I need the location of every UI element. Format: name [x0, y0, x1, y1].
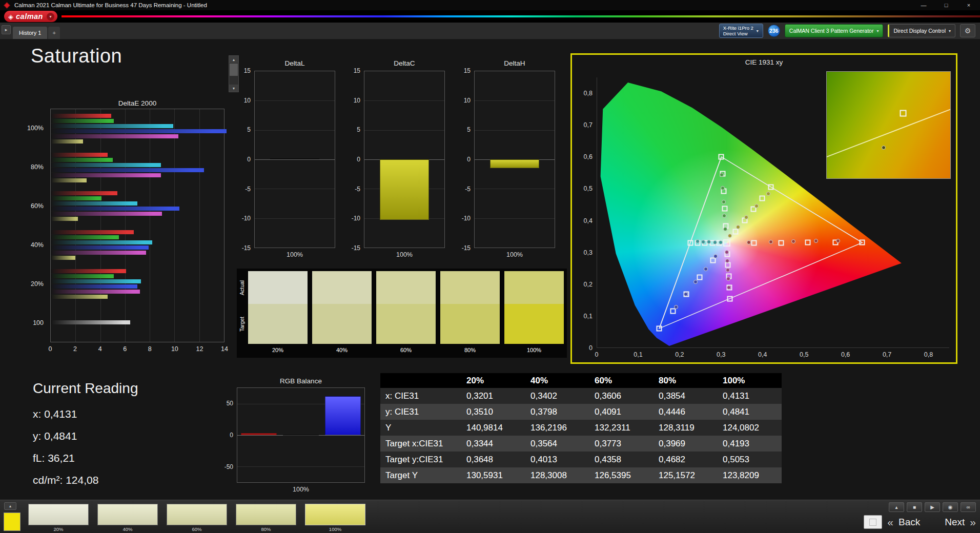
back-button[interactable]: Back — [899, 517, 920, 528]
scroll-thumb[interactable] — [230, 64, 238, 76]
scroll-up-icon[interactable]: ▴ — [229, 56, 238, 63]
layout-scrollbar[interactable]: ▴ ▾ — [229, 55, 239, 92]
cie-chart-title: CIE 1931 xy — [572, 58, 956, 66]
deltac-ylabels: 151050-5-10-15 — [350, 71, 363, 248]
pattern-window-button[interactable] — [864, 515, 882, 529]
deltae-group — [51, 187, 224, 225]
table-col-header: 20% — [461, 373, 525, 388]
pattern-swatch-label: 100% — [305, 526, 365, 532]
stop-button[interactable]: ■ — [907, 502, 922, 512]
axis-tick-label: 0,2 — [584, 281, 593, 288]
axis-tick-label: -5 — [355, 186, 360, 193]
bottom-swatches: 20%40%60%80%100% — [28, 504, 365, 532]
cie-target-square — [657, 325, 662, 331]
history-expand-button[interactable]: ▸ — [2, 25, 11, 34]
swatch-column: 100% — [504, 271, 564, 358]
table-cell: 0,3606 — [589, 388, 654, 404]
table-col-header: 100% — [718, 373, 782, 388]
deltae-x-label: 10 — [171, 345, 178, 353]
cie-measurement-dot — [696, 239, 700, 243]
next-button[interactable]: Next — [945, 517, 965, 528]
play-button[interactable]: ▶ — [925, 502, 940, 512]
rgb-ylabels: 500-50 — [222, 387, 236, 483]
rainbow-stripe — [62, 15, 980, 17]
table-cell: 125,1572 — [654, 467, 718, 483]
axis-tick-label: -15 — [462, 244, 471, 252]
target-swatch — [248, 304, 308, 344]
table-cell: 0,3344 — [461, 436, 525, 452]
cie-inset-measurement-dot — [882, 146, 886, 150]
calman-logo[interactable]: ◈ calman ▾ — [4, 11, 57, 22]
pattern-swatch-label: 20% — [28, 526, 89, 532]
pattern-swatch-80%[interactable]: 80% — [236, 504, 296, 532]
next-chevron-icon[interactable]: » — [970, 517, 976, 527]
deltae-x-label: 14 — [221, 345, 228, 353]
scroll-down-icon[interactable]: ▾ — [229, 85, 238, 92]
settings-gear-button[interactable]: ⚙ — [960, 24, 975, 37]
loop-button[interactable]: ∞ — [961, 502, 976, 512]
delta-bar — [380, 159, 430, 220]
cie-target-square — [751, 240, 757, 246]
capture-button[interactable]: ◉ — [943, 502, 958, 512]
cie-measurement-dot — [701, 240, 705, 244]
deltae-bar — [51, 207, 179, 211]
deltae-x-label: 4 — [98, 345, 102, 353]
gridline — [364, 100, 444, 101]
cie-measurement-dot — [728, 234, 732, 238]
minimize-button[interactable]: — — [912, 0, 935, 10]
up-button[interactable]: ▴ — [889, 502, 904, 512]
deltae-bar — [51, 191, 117, 195]
meter-dropdown[interactable]: X-Rite i1Pro 2 Direct View ▾ — [719, 24, 763, 38]
table-col-header: 40% — [525, 373, 589, 388]
pattern-swatch-100%[interactable]: 100% — [305, 504, 365, 532]
deltae-chart-title: DeltaE 2000 — [50, 99, 224, 107]
cie-target-square — [697, 274, 703, 280]
pattern-swatch-60%[interactable]: 60% — [167, 504, 227, 532]
axis-tick-label: 15 — [354, 67, 360, 74]
deltac-title: DeltaC — [364, 59, 445, 67]
close-button[interactable]: × — [957, 0, 980, 10]
window-title: Calman 2021 Calman Ultimate for Business… — [14, 2, 207, 8]
display-control-label: Direct Display Control — [893, 28, 946, 34]
pattern-source-label: CalMAN Client 3 Pattern Generator — [789, 28, 874, 34]
table-cell: 0,3969 — [654, 436, 718, 452]
cie-measurement-dot — [723, 227, 727, 231]
tab-history-1[interactable]: History 1 — [13, 27, 47, 39]
table-cell: 136,2196 — [525, 420, 589, 436]
pattern-swatch-color — [305, 504, 365, 525]
display-control-dropdown[interactable]: Direct Display Control ▾ — [888, 24, 955, 37]
swatch-column: 40% — [312, 271, 372, 358]
deltae-x-label: 2 — [73, 345, 77, 353]
meter-count-badge[interactable]: 236 — [768, 25, 780, 37]
axis-tick-label: -50 — [224, 463, 233, 470]
cie-measurement-dot — [722, 214, 726, 218]
pattern-panel-up-button[interactable]: ▴ — [4, 502, 16, 510]
pattern-swatch-20%[interactable]: 20% — [28, 504, 89, 532]
deltah-plot — [474, 71, 555, 248]
back-chevron-icon[interactable]: « — [887, 517, 893, 527]
deltae-bar — [51, 235, 119, 239]
logo-dropdown-icon[interactable]: ▾ — [47, 13, 54, 20]
deltae-group — [51, 303, 224, 342]
deltae-y-label: 100% — [17, 109, 47, 148]
pattern-source-dropdown[interactable]: CalMAN Client 3 Pattern Generator ▾ — [785, 24, 884, 37]
table-row: x: CIE310,32010,34020,36060,38540,4131 — [380, 388, 782, 404]
cie-measurement-dot — [725, 259, 729, 263]
deltae-bar — [51, 217, 78, 221]
device-controls: X-Rite i1Pro 2 Direct View ▾ 236 CalMAN … — [719, 24, 980, 38]
maximize-button[interactable]: □ — [935, 0, 957, 10]
meter-label: X-Rite i1Pro 2 Direct View — [723, 25, 753, 37]
calman-logo-text: calman — [16, 12, 44, 20]
pattern-swatch-40%[interactable]: 40% — [97, 504, 158, 532]
swatch-column: 20% — [248, 271, 308, 358]
table-cell: 140,9814 — [461, 420, 525, 436]
swatch-label: 100% — [504, 344, 564, 356]
gridline — [475, 218, 555, 219]
pattern-swatch-color — [167, 504, 227, 525]
table-cell: 0,4682 — [654, 452, 718, 467]
deltae-bar — [51, 129, 227, 133]
deltae-bar — [51, 173, 161, 177]
axis-tick-label: 15 — [464, 67, 471, 74]
cie-measurement-dot — [721, 186, 725, 190]
add-tab-button[interactable]: + — [48, 27, 59, 39]
